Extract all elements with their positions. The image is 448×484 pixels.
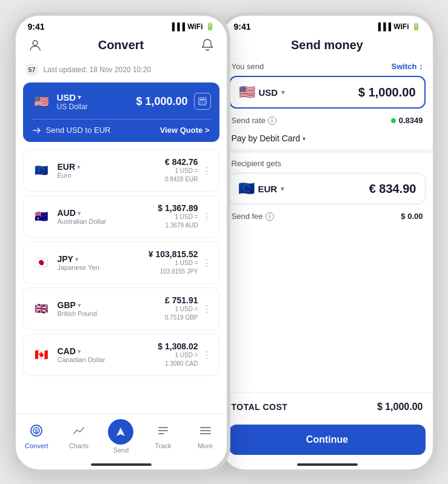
- status-time: 9:41: [28, 22, 45, 32]
- status-bar: 9:41 ▐▐▐ WiFi 🔋: [16, 16, 227, 34]
- nav-send[interactable]: Send: [105, 419, 136, 454]
- flag-gbp: 🇬🇧: [31, 298, 52, 319]
- more-icon-eur[interactable]: ⋮: [202, 165, 212, 176]
- code-gbp: GBP ▾: [58, 300, 97, 310]
- amount-jpy: ¥ 103,815.52: [149, 249, 198, 259]
- selected-code[interactable]: USD ▾: [57, 92, 88, 103]
- rate-gbp: 1 USD =0.7519 GBP: [165, 305, 198, 322]
- fee-info-icon[interactable]: i: [266, 212, 274, 221]
- nav-charts[interactable]: Charts: [64, 424, 94, 449]
- update-badge: 57: [25, 63, 39, 76]
- more-icon-cad[interactable]: ⋮: [202, 349, 212, 361]
- currency-list: 🇪🇺 EUR ▾ Euro € 842.76 1 USD =0.8428 EUR…: [16, 144, 227, 414]
- send-bar[interactable]: Send USD to EUR View Quote >: [32, 119, 211, 142]
- update-text: Last updated: 18 Nov 2020 10:20: [44, 66, 151, 74]
- profile-icon[interactable]: [27, 36, 44, 53]
- nav-convert[interactable]: $ Convert: [21, 424, 52, 449]
- code-eur: EUR ▾: [58, 162, 81, 172]
- currency-chevron[interactable]: ▾: [281, 89, 285, 96]
- amount-cad: $ 1,308.02: [158, 341, 198, 351]
- send-rate-label: Send rate i: [232, 116, 276, 125]
- wifi-icon-2: WiFi: [393, 22, 409, 31]
- nav-track[interactable]: Track: [148, 424, 178, 449]
- list-item[interactable]: 🇦🇺 AUD ▾ Australian Dollar $ 1,367.89 1 …: [23, 195, 219, 238]
- update-bar: 57 Last updated: 18 Nov 2020 10:20: [16, 59, 227, 80]
- list-item[interactable]: 🇯🇵 JPY ▾ Japanese Yen ¥ 103,815.52 1 USD…: [23, 241, 219, 284]
- more-icon-aud[interactable]: ⋮: [202, 211, 212, 223]
- svg-text:$: $: [35, 428, 38, 434]
- charts-label: Charts: [69, 442, 89, 449]
- rate-aud: 1 USD =1.3679 AUD: [158, 213, 198, 230]
- send-currency-code: USD: [259, 87, 278, 98]
- list-item[interactable]: 🇨🇦 CAD ▾ Canadian Dollar $ 1,308.02 1 US…: [23, 334, 219, 376]
- svg-rect-17: [200, 433, 211, 434]
- continue-button[interactable]: Continue: [229, 425, 426, 455]
- code-jpy: JPY ▾: [58, 254, 99, 264]
- page-title: Convert: [44, 38, 199, 52]
- you-send-row: You send Switch ↕: [222, 59, 433, 73]
- more-label: More: [198, 442, 213, 449]
- total-cost-label: TOTAL COST: [232, 402, 288, 412]
- more-icon-jpy[interactable]: ⋮: [202, 257, 212, 269]
- send-rate-row: Send rate i 0.8349: [222, 111, 433, 130]
- code-aud: AUD ▾: [58, 208, 107, 218]
- notification-icon[interactable]: [199, 36, 216, 53]
- bottom-nav: $ Convert Charts Send: [16, 414, 227, 461]
- recipient-currency-selector[interactable]: 🇪🇺 EUR ▾: [238, 181, 285, 197]
- svg-rect-14: [158, 433, 164, 434]
- send-currency-selector[interactable]: 🇺🇸 USD ▾: [239, 84, 286, 100]
- switch-button[interactable]: Switch ↕: [391, 62, 423, 71]
- recipient-amount-box[interactable]: 🇪🇺 EUR ▾ € 834.90: [229, 173, 426, 204]
- wifi-icon: WiFi: [187, 22, 202, 31]
- recipient-label: Recipient gets: [222, 153, 433, 170]
- battery-icon-2: 🔋: [412, 22, 421, 31]
- rate-info-icon[interactable]: i: [268, 116, 276, 125]
- total-cost-value: $ 1,000.00: [377, 402, 423, 412]
- selected-flag: 🇺🇸: [32, 91, 52, 112]
- amount-eur: € 842.76: [165, 157, 198, 167]
- signal-icon: ▐▐▐: [170, 22, 186, 31]
- convert-icon: $: [30, 424, 43, 440]
- list-item[interactable]: 🇬🇧 GBP ▾ British Pound £ 751.91 1 USD =0…: [23, 287, 219, 330]
- recipient-flag: 🇪🇺: [238, 181, 255, 197]
- calculator-icon[interactable]: [194, 93, 211, 110]
- fee-value: $ 0.00: [401, 212, 423, 221]
- battery-icon: 🔋: [206, 22, 215, 31]
- track-label: Track: [155, 442, 172, 449]
- send-phone: 9:41 ▐▐▐ WiFi 🔋 ‹ Send money 🔔 You send …: [218, 12, 436, 473]
- rate-cad: 1 USD =1.3080 CAD: [158, 351, 198, 368]
- svg-rect-2: [200, 99, 205, 101]
- total-cost-row: TOTAL COST $ 1,000.00: [222, 392, 433, 421]
- send-icon[interactable]: [108, 419, 133, 445]
- status-time-2: 9:41: [234, 22, 251, 32]
- convert-label: Convert: [25, 442, 48, 449]
- svg-point-5: [204, 101, 205, 103]
- svg-rect-12: [158, 427, 168, 428]
- name-aud: Australian Dollar: [58, 218, 107, 225]
- svg-point-7: [202, 103, 203, 104]
- nav-more[interactable]: More: [190, 424, 221, 449]
- track-icon: [156, 424, 170, 440]
- recipient-amount-value: € 834.90: [369, 182, 416, 196]
- svg-rect-16: [200, 430, 211, 431]
- send-flag: 🇺🇸: [239, 84, 255, 100]
- svg-point-8: [204, 103, 205, 104]
- svg-point-0: [33, 41, 38, 45]
- list-item[interactable]: 🇪🇺 EUR ▾ Euro € 842.76 1 USD =0.8428 EUR…: [23, 149, 219, 192]
- fee-row: Send fee i $ 0.00: [222, 207, 433, 226]
- pay-method-chevron[interactable]: ▾: [303, 135, 306, 142]
- more-icon-gbp[interactable]: ⋮: [202, 303, 212, 315]
- svg-point-6: [199, 103, 201, 104]
- pay-method-label: Pay by Debit Card: [232, 133, 301, 143]
- send-amount-box[interactable]: 🇺🇸 USD ▾ $ 1,000.00: [229, 76, 426, 109]
- recipient-chevron[interactable]: ▾: [281, 185, 284, 193]
- pay-method-row[interactable]: Pay by Debit Card ▾: [222, 130, 433, 149]
- selected-currency-card[interactable]: 🇺🇸 USD ▾ US Dollar $ 1,000.00: [23, 82, 219, 142]
- view-quote-link[interactable]: View Quote >: [160, 126, 210, 135]
- home-indicator: [91, 463, 152, 466]
- amount-aud: $ 1,367.89: [158, 203, 198, 213]
- rate-eur: 1 USD =0.8428 EUR: [165, 167, 198, 184]
- send-header: ‹ Send money 🔔: [222, 34, 433, 59]
- rate-jpy: 1 USD =103.8155 JPY: [149, 259, 198, 276]
- flag-eur: 🇪🇺: [31, 160, 52, 181]
